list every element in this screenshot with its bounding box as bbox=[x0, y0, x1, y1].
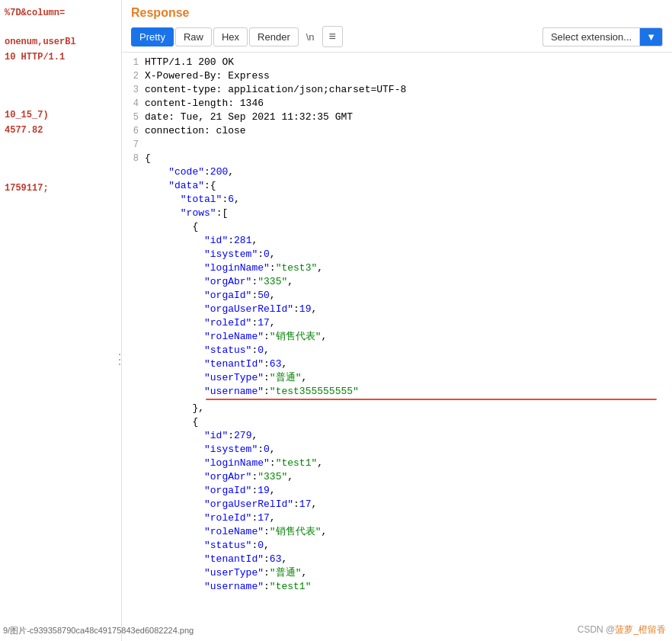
red-underline-annotation bbox=[145, 399, 672, 402]
json-orgaid-50: "orgaId":50, bbox=[122, 289, 672, 303]
left-panel: %7D&column= onenum,userBl 10 HTTP/1.1 10… bbox=[0, 0, 122, 641]
json-id-279: "id":279, bbox=[122, 429, 672, 443]
json-tenantid-63: "tenantId":63, bbox=[122, 357, 672, 371]
code-line-2: 2 X-Powered-By: Express bbox=[122, 69, 672, 83]
main-panel: Response Pretty Raw Hex Render \n ≡ Sele… bbox=[122, 0, 672, 641]
tab-raw[interactable]: Raw bbox=[175, 27, 212, 46]
code-line-8: 8 { bbox=[122, 152, 672, 165]
json-isystem-0-2: "isystem":0, bbox=[122, 443, 672, 457]
json-loginname-test3: "loginName":"test3", bbox=[122, 261, 672, 275]
json-rows: "rows":[ bbox=[122, 207, 672, 220]
json-total: "total":6, bbox=[122, 193, 672, 207]
json-username-test1: "username":"test1" bbox=[122, 580, 672, 594]
json-tenantid-63-2: "tenantId":63, bbox=[122, 553, 672, 566]
code-line-3: 3 content-type: application/json;charset… bbox=[122, 83, 672, 97]
json-loginname-test1: "loginName":"test1", bbox=[122, 457, 672, 470]
tab-hex[interactable]: Hex bbox=[213, 27, 248, 46]
json-orgauserrelid-17: "orgaUserRelId":17, bbox=[122, 498, 672, 511]
menu-icon-button[interactable]: ≡ bbox=[322, 26, 343, 47]
bottom-image-path: 9/图片-c939358790ca48c49175843ed6082224.pn… bbox=[0, 625, 194, 636]
json-isystem-0: "isystem":0, bbox=[122, 248, 672, 261]
json-status-0: "status":0, bbox=[122, 344, 672, 357]
select-extension: Select extension... ▼ bbox=[542, 27, 663, 46]
json-roleid-17-2: "roleId":17, bbox=[122, 511, 672, 525]
red-underline bbox=[206, 399, 657, 400]
json-usertype-normal-2: "userType":"普通", bbox=[122, 566, 672, 580]
watermark-author: 菠萝_橙留香 bbox=[615, 624, 666, 635]
watermark-prefix: CSDN @ bbox=[578, 624, 616, 635]
tab-newline[interactable]: \n bbox=[300, 28, 321, 46]
json-orgabr-335-2: "orgAbr":"335", bbox=[122, 470, 672, 484]
tab-pretty[interactable]: Pretty bbox=[131, 27, 174, 46]
response-title: Response bbox=[131, 6, 663, 20]
json-username-test3555: "username":"test355555555" bbox=[122, 385, 672, 399]
json-usertype-normal: "userType":"普通", bbox=[122, 371, 672, 385]
json-orgauserrelid-19: "orgaUserRelId":19, bbox=[122, 303, 672, 316]
json-row1-open: { bbox=[122, 220, 672, 234]
code-line-1: 1 HTTP/1.1 200 OK bbox=[122, 56, 672, 69]
json-row1-close: }, bbox=[122, 402, 672, 415]
code-line-7: 7 bbox=[122, 138, 672, 152]
json-data: "data":{ bbox=[122, 179, 672, 193]
json-roleid-17: "roleId":17, bbox=[122, 316, 672, 330]
code-line-4: 4 content-length: 1346 bbox=[122, 97, 672, 111]
response-header: Response Pretty Raw Hex Render \n ≡ Sele… bbox=[122, 0, 672, 53]
left-panel-text: %7D&column= onenum,userBl 10 HTTP/1.1 10… bbox=[0, 0, 121, 202]
json-orgaid-19: "orgaId":19, bbox=[122, 484, 672, 498]
json-rolename-sales-2: "roleName":"销售代表", bbox=[122, 525, 672, 539]
code-area[interactable]: 1 HTTP/1.1 200 OK 2 X-Powered-By: Expres… bbox=[122, 53, 672, 633]
code-line-6: 6 connection: close bbox=[122, 124, 672, 138]
code-line-5: 5 date: Tue, 21 Sep 2021 11:32:35 GMT bbox=[122, 111, 672, 124]
select-extension-button[interactable]: Select extension... bbox=[542, 27, 639, 46]
json-status-0-2: "status":0, bbox=[122, 539, 672, 553]
toolbar: Pretty Raw Hex Render \n ≡ Select extens… bbox=[131, 26, 663, 47]
select-extension-arrow[interactable]: ▼ bbox=[639, 27, 663, 46]
json-rolename-sales: "roleName":"销售代表", bbox=[122, 330, 672, 344]
json-code: "code":200, bbox=[122, 165, 672, 179]
json-row2-open: { bbox=[122, 415, 672, 429]
json-orgabr-335: "orgAbr":"335", bbox=[122, 275, 672, 289]
tab-render[interactable]: Render bbox=[249, 27, 299, 46]
json-id-281: "id":281, bbox=[122, 234, 672, 248]
watermark: CSDN @菠萝_橙留香 bbox=[578, 623, 666, 636]
